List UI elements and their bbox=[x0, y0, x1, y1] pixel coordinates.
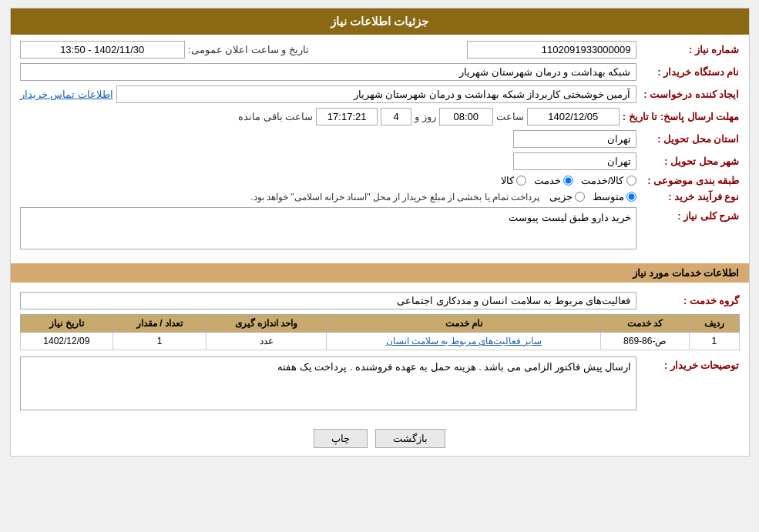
cell-radif: 1 bbox=[690, 333, 739, 350]
main-container: جزئیات اطلاعات نیاز شماره نیاز : 1102091… bbox=[10, 8, 750, 457]
service-info-header: اطلاعات خدمات مورد نیاز bbox=[11, 263, 749, 283]
mohlat-date: 1402/12/05 bbox=[527, 108, 620, 125]
tabaghe-label: طبقه بندی موضوعی : bbox=[640, 175, 740, 186]
cell-name[interactable]: سایر فعالیت‌های مربوط به سلامت انسان bbox=[327, 333, 601, 350]
tabaghe-row: طبقه بندی موضوعی : کالا/خدمت خدمت کالا bbox=[20, 175, 740, 186]
col-unit: واحد اندازه گیری bbox=[206, 315, 326, 333]
shomara-niaz-row: شماره نیاز : 1102091933000009 تاریخ و سا… bbox=[20, 41, 740, 59]
header-title: جزئیات اطلاعات نیاز bbox=[331, 15, 428, 28]
tozihat-row: توصیحات خریدار : ارسال پیش فاکتور الزامی… bbox=[20, 356, 740, 410]
sharh-row: شرح کلی نیاز : خرید دارو طبق لیست پیوست bbox=[20, 207, 740, 249]
tozihat-value: ارسال پیش فاکتور الزامی می باشد . هزینه … bbox=[20, 356, 636, 410]
col-date: تاریخ نیاز bbox=[20, 315, 113, 333]
radio-kala-khedmat-input[interactable] bbox=[626, 176, 636, 186]
print-button[interactable]: چاپ bbox=[314, 429, 368, 448]
radio-kala-input[interactable] bbox=[516, 176, 526, 186]
mohlat-row: مهلت ارسال پاسخ: تا تاریخ : 1402/12/05 س… bbox=[20, 108, 740, 125]
table-header-row: ردیف کد خدمت نام خدمت واحد اندازه گیری ت… bbox=[20, 315, 739, 333]
radio-jozi-item: جزیی bbox=[549, 191, 585, 202]
etelaat-tamas-link[interactable]: اطلاعات تماس خریدار bbox=[20, 89, 113, 100]
ijad-konande-label: ایجاد کننده درخواست : bbox=[640, 89, 740, 100]
col-radif: ردیف bbox=[690, 315, 739, 333]
col-code: کد خدمت bbox=[601, 315, 690, 333]
ostan-value: تهران bbox=[513, 130, 636, 148]
shahr-row: شهر محل تحویل : تهران bbox=[20, 152, 740, 170]
radio-motevaset-input[interactable] bbox=[626, 192, 636, 202]
tarikh-saat-label: تاریخ و ساعت اعلان عمومی: bbox=[188, 44, 309, 55]
mohlat-roz-label: روز و bbox=[415, 111, 436, 122]
mohlat-roz: 4 bbox=[381, 108, 411, 125]
nooe-farayand-desc: پرداخت تمام یا بخشی از مبلغ خریدار از مح… bbox=[250, 192, 539, 202]
table-row: 1ص-86-869سایر فعالیت‌های مربوط به سلامت … bbox=[20, 333, 739, 350]
sharh-label: شرح کلی نیاز : bbox=[640, 207, 740, 222]
main-section: شماره نیاز : 1102091933000009 تاریخ و سا… bbox=[11, 35, 749, 260]
mohlat-remaining-label: ساعت باقی مانده bbox=[238, 111, 313, 122]
service-section: گروه خدمت : فعالیت‌های مربوط به سلامت ان… bbox=[11, 286, 749, 421]
radio-kala-item: کالا bbox=[501, 175, 526, 186]
col-name: نام خدمت bbox=[327, 315, 601, 333]
sharh-value: خرید دارو طبق لیست پیوست bbox=[20, 207, 636, 249]
grooh-khedmat-row: گروه خدمت : فعالیت‌های مربوط به سلامت ان… bbox=[20, 292, 740, 309]
shahr-label: شهر محل تحویل : bbox=[640, 156, 740, 167]
mohlat-saat: 08:00 bbox=[439, 108, 493, 125]
radio-khedmat-label: خدمت bbox=[534, 175, 561, 186]
back-button[interactable]: بازگشت bbox=[375, 429, 445, 448]
radio-jozi-input[interactable] bbox=[575, 192, 585, 202]
mohlat-saat-label: ساعت bbox=[496, 111, 524, 122]
tozihat-text: ارسال پیش فاکتور الزامی می باشد . هزینه … bbox=[277, 361, 631, 373]
shomara-niaz-value: 1102091933000009 bbox=[467, 41, 636, 59]
grooh-khedmat-value: فعالیت‌های مربوط به سلامت انسان و مددکار… bbox=[20, 292, 636, 309]
service-table: ردیف کد خدمت نام خدمت واحد اندازه گیری ت… bbox=[20, 314, 740, 350]
grooh-khedmat-label: گروه خدمت : bbox=[640, 295, 740, 306]
radio-kala-khedmat-label: کالا/خدمت bbox=[581, 175, 624, 186]
radio-khedmat-item: خدمت bbox=[534, 175, 573, 186]
cell-count: 1 bbox=[113, 333, 207, 350]
button-row: بازگشت چاپ bbox=[11, 421, 749, 456]
ijad-konande-row: ایجاد کننده درخواست : آرمین خوشبختی کارب… bbox=[20, 85, 740, 103]
cell-date: 1402/12/09 bbox=[20, 333, 113, 350]
cell-code: ص-86-869 bbox=[601, 333, 690, 350]
shomara-niaz-label: شماره نیاز : bbox=[640, 44, 740, 55]
ostan-row: استان محل تحویل : تهران bbox=[20, 130, 740, 148]
ostan-label: استان محل تحویل : bbox=[640, 133, 740, 145]
shahr-value: تهران bbox=[513, 152, 636, 170]
radio-jozi-label: جزیی bbox=[549, 191, 573, 202]
radio-motevaset-label: متوسط bbox=[593, 191, 624, 202]
tarikh-saat-value: 1402/11/30 - 13:50 bbox=[20, 41, 185, 59]
tabaghe-radio-group: کالا/خدمت خدمت کالا bbox=[501, 175, 636, 186]
nooe-farayand-label: نوع فرآیند خرید : bbox=[640, 191, 740, 202]
radio-kala-khedmat-item: کالا/خدمت bbox=[581, 175, 636, 186]
cell-unit: عدد bbox=[206, 333, 326, 350]
mohlat-countdown: 17:17:21 bbox=[316, 108, 378, 125]
page-header: جزئیات اطلاعات نیاز bbox=[11, 8, 749, 35]
farayand-radio-group: متوسط جزیی bbox=[549, 191, 636, 202]
mohlat-label: مهلت ارسال پاسخ: تا تاریخ : bbox=[623, 111, 740, 122]
tozihat-label: توصیحات خریدار : bbox=[640, 356, 740, 371]
col-count: تعداد / مقدار bbox=[113, 315, 207, 333]
radio-kala-label: کالا bbox=[501, 175, 514, 186]
nam-dastgah-value: شبکه بهداشت و درمان شهرستان شهریار bbox=[20, 63, 636, 81]
sharh-text: خرید دارو طبق لیست پیوست bbox=[509, 212, 631, 223]
nam-dastgah-row: نام دستگاه خریدار : شبکه بهداشت و درمان … bbox=[20, 63, 740, 81]
ijad-konande-value: آرمین خوشبختی کاربرداز شبکه بهداشت و درم… bbox=[116, 85, 636, 103]
radio-motevaset-item: متوسط bbox=[593, 191, 636, 202]
nooe-farayand-row: نوع فرآیند خرید : متوسط جزیی پرداخت تمام… bbox=[20, 191, 740, 202]
radio-khedmat-input[interactable] bbox=[563, 176, 573, 186]
nam-dastgah-label: نام دستگاه خریدار : bbox=[640, 66, 740, 78]
